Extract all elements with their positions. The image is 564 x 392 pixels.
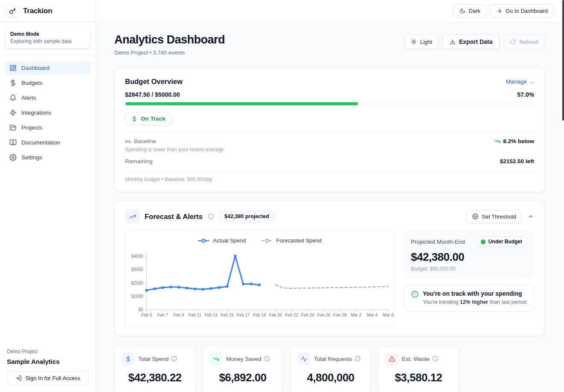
gear-icon (472, 213, 478, 219)
refresh-icon (510, 39, 516, 45)
dark-mode-button[interactable]: Dark (454, 4, 486, 17)
info-icon[interactable] (264, 356, 270, 362)
sidebar-item-budgets[interactable]: Budgets (5, 76, 90, 90)
svg-text:Feb 11: Feb 11 (189, 313, 202, 317)
export-data-button[interactable]: Export Data (442, 35, 500, 49)
sidebar-item-settings[interactable]: Settings (5, 150, 90, 164)
stat-card-money-saved: Money Saved $6,892.00 (202, 346, 283, 392)
divider (125, 132, 534, 133)
content: Analytics Dashboard Demo Project • 3,740… (96, 22, 564, 392)
sign-in-button[interactable]: Sign In for Full Access (7, 371, 89, 385)
dollar-icon (9, 79, 17, 86)
legend-forecasted-spend: Forecasted Spend (262, 237, 322, 244)
legend-line-marker-icon (198, 239, 209, 243)
refresh-label: Refresh (519, 39, 539, 45)
arrow-right-icon (496, 8, 502, 14)
main-area: Dark Go to Dashboard Analytics Dashboard… (96, 0, 564, 392)
sign-in-label: Sign In for Full Access (26, 375, 81, 381)
folder-icon (9, 124, 17, 131)
on-track-label: On Track (141, 115, 166, 122)
stat-label: Total Requests (314, 356, 360, 362)
svg-text:Feb 19: Feb 19 (253, 313, 266, 317)
dashboard-grid-icon (9, 64, 17, 72)
info-icon[interactable] (432, 356, 438, 362)
sidebar-item-alerts[interactable]: Alerts (5, 91, 90, 105)
svg-text:Feb 26: Feb 26 (317, 313, 331, 317)
sidebar-item-label: Budgets (21, 80, 43, 86)
budget-footnote: Monthly budget • Baseline: $95.50/day (125, 172, 534, 185)
svg-text:Feb 24: Feb 24 (301, 313, 314, 317)
spending-alert-panel: You're on track with your spending You'r… (404, 284, 534, 312)
dollar-icon (131, 116, 137, 122)
forecast-alerts-card: Forecast & Alerts $42,380 projected Set … (114, 201, 545, 336)
sidebar-item-integrations[interactable]: Integrations (5, 106, 90, 120)
refresh-button[interactable]: Refresh (504, 35, 545, 49)
page-title-block: Analytics Dashboard Demo Project • 3,740… (114, 33, 225, 56)
svg-text:Feb 28: Feb 28 (333, 313, 346, 317)
manage-link[interactable]: Manage → (506, 78, 534, 85)
book-open-icon (9, 139, 17, 146)
alert-title: You're on track with your spending (423, 290, 526, 297)
demo-mode-title: Demo Mode (10, 31, 85, 37)
svg-text:Mar 6: Mar 6 (383, 313, 394, 317)
zap-icon (9, 109, 17, 116)
stat-card-total-spend: Total Spend $42,380.22 (114, 346, 195, 392)
sidebar-item-label: Settings (21, 154, 42, 161)
alert-triangle-icon (385, 352, 398, 365)
baseline-value: 8.2% below (494, 138, 534, 144)
status-dot-icon (481, 239, 486, 244)
svg-text:Mar 2: Mar 2 (351, 313, 362, 317)
sidebar-item-projects[interactable]: Projects (5, 121, 90, 135)
budget-spent-value: $2847.50 / $5000.00 (125, 91, 180, 98)
activity-icon (297, 352, 310, 365)
light-mode-label: Light (420, 39, 432, 45)
svg-text:Feb 13: Feb 13 (204, 313, 218, 317)
svg-text:Mar 4: Mar 4 (367, 313, 378, 317)
budget-overview-card: Budget Overview Manage → $2847.50 / $500… (114, 68, 545, 192)
remaining-value: $2152.50 left (500, 158, 534, 164)
sidebar: Trackion Demo Mode Exploring with sample… (0, 0, 96, 392)
info-icon[interactable] (355, 356, 360, 362)
set-threshold-button[interactable]: Set Threshold (466, 210, 522, 223)
forecast-card-title: Forecast & Alerts (145, 213, 203, 221)
topbar: Dark Go to Dashboard (96, 0, 564, 22)
moon-icon (459, 8, 465, 14)
baseline-label: vs. Baseline (125, 138, 156, 144)
gear-icon (9, 154, 17, 161)
spend-line-chart[interactable]: $0$1000$2000$3000$4000Feb 5Feb 7Feb 9Feb… (125, 247, 394, 323)
svg-text:Feb 5: Feb 5 (141, 313, 152, 317)
stat-card-est-waste: Est. Waste $3,580.12 (378, 346, 459, 392)
go-to-dashboard-button[interactable]: Go to Dashboard (490, 4, 554, 17)
budget-progress-fill (125, 102, 358, 105)
svg-text:$0: $0 (139, 307, 143, 312)
svg-text:$2000: $2000 (131, 281, 143, 285)
sidebar-item-documentation[interactable]: Documentation (5, 135, 90, 150)
sidebar-footer: Demo Project Sample Analytics Sign In fo… (0, 343, 96, 392)
light-mode-button[interactable]: Light (405, 35, 438, 49)
stat-value: $42,380.22 (122, 371, 188, 384)
projected-month-end-panel: Projected Month-End Under Budget $42,380… (404, 231, 534, 278)
projected-badge: $42,380 projected (219, 211, 275, 222)
trending-up-icon (125, 209, 140, 224)
svg-text:$4000: $4000 (131, 254, 143, 259)
project-type-label: Demo Project (7, 349, 89, 355)
info-icon[interactable] (208, 213, 214, 219)
info-icon[interactable] (171, 356, 177, 362)
go-to-dashboard-label: Go to Dashboard (506, 8, 548, 14)
scrollbar[interactable] (562, 0, 564, 121)
svg-text:Feb 17: Feb 17 (237, 313, 250, 317)
projected-month-end-label: Projected Month-End (411, 239, 465, 245)
svg-text:Feb 9: Feb 9 (173, 313, 184, 317)
chevron-up-icon[interactable] (527, 213, 534, 220)
sidebar-nav: Dashboard Budgets Alerts Integrations Pr… (0, 55, 96, 170)
legend-dashed-marker-icon (262, 239, 273, 243)
sidebar-item-label: Integrations (21, 110, 52, 116)
sun-icon (411, 39, 417, 45)
key-icon (9, 8, 16, 14)
sidebar-item-label: Documentation (21, 139, 60, 146)
alert-circle-icon (411, 290, 419, 298)
stat-label: Money Saved (226, 356, 270, 362)
projected-budget-note: Budget: $50,000.00 (411, 266, 527, 272)
legend-actual-spend: Actual Spend (198, 237, 246, 244)
sidebar-item-dashboard[interactable]: Dashboard (5, 61, 90, 75)
